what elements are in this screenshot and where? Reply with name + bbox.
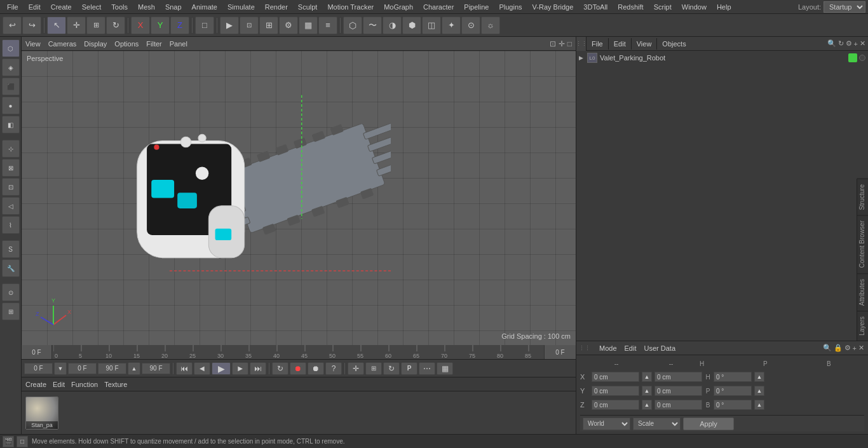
z-axis-button[interactable]: Z	[170, 17, 189, 34]
grid-button[interactable]: ⊞	[2, 302, 20, 320]
viewport-panel-menu[interactable]: Panel	[170, 40, 187, 48]
end-frame-input[interactable]	[142, 363, 170, 374]
objects-edit-menu[interactable]: Edit	[609, 38, 632, 50]
menu-select[interactable]: Select	[78, 2, 106, 12]
mode-edge-button[interactable]: ◈	[2, 58, 20, 76]
menu-character[interactable]: Character	[419, 2, 458, 12]
material-function-menu[interactable]: Function	[71, 381, 98, 388]
render-log-button[interactable]: ≡	[318, 17, 337, 34]
menu-tools[interactable]: Tools	[107, 2, 132, 12]
material-thumbnail[interactable]: Stan_pa	[25, 397, 58, 430]
mode-object-button[interactable]: ⬡	[2, 39, 20, 57]
coord-z-b-step[interactable]: ▲	[754, 400, 764, 410]
tool-3-button[interactable]: ⊡	[2, 178, 20, 196]
menu-help[interactable]: Help	[712, 2, 736, 12]
spline-button[interactable]: 〜	[363, 17, 382, 34]
render-region-button[interactable]: ⊡	[240, 17, 259, 34]
menu-edit[interactable]: Edit	[24, 2, 45, 12]
tool-2-button[interactable]: ⊠	[2, 159, 20, 177]
frame-step-down[interactable]: ▼	[54, 362, 67, 375]
material-texture-menu[interactable]: Texture	[104, 381, 127, 388]
tool-7-button[interactable]: 🔧	[2, 259, 20, 277]
menu-mograph[interactable]: MoGraph	[379, 2, 417, 12]
menu-plugins[interactable]: Plugins	[494, 2, 526, 12]
render-queue-button[interactable]: ▦	[299, 17, 318, 34]
redo-button[interactable]: ↪	[22, 17, 41, 34]
viewport-cameras-menu[interactable]: Cameras	[48, 40, 77, 48]
scale-tool-button[interactable]: ⊞	[86, 17, 105, 34]
objects-plus-icon[interactable]: +	[854, 40, 858, 48]
tool-5-button[interactable]: ⌇	[2, 216, 20, 234]
coord-z-pos-step[interactable]: ▲	[642, 400, 652, 410]
viewport-filter-menu[interactable]: Filter	[146, 40, 161, 48]
object-row-robot[interactable]: ▶ L0 Valet_Parking_Robot	[576, 51, 868, 65]
move-tool-button[interactable]: ✛	[67, 17, 86, 34]
field-button[interactable]: ◫	[422, 17, 441, 34]
cube-button[interactable]: ⬡	[343, 17, 362, 34]
menu-simulate[interactable]: Simulate	[223, 2, 259, 12]
viewport-options-menu[interactable]: Options	[114, 40, 139, 48]
attr-user-data-tab[interactable]: User Data	[644, 344, 676, 352]
menu-create[interactable]: Create	[46, 2, 76, 12]
coord-y-pos-input[interactable]	[592, 386, 639, 396]
objects-refresh-icon[interactable]: ↻	[838, 39, 844, 48]
menu-motion-tracker[interactable]: Motion Tracker	[323, 2, 378, 12]
coord-z-rot-input[interactable]	[654, 400, 702, 410]
menu-snap[interactable]: Snap	[161, 2, 186, 12]
object-dot-1[interactable]	[859, 55, 865, 61]
objects-search-icon[interactable]: 🔍	[827, 39, 836, 48]
objects-close-icon[interactable]: ✕	[860, 39, 865, 48]
goto-end-button[interactable]: ⏭	[250, 362, 266, 375]
menu-window[interactable]: Window	[677, 2, 711, 12]
menu-render[interactable]: Render	[261, 2, 292, 12]
objects-file-menu[interactable]: File	[587, 38, 609, 50]
min-frame-input[interactable]	[68, 363, 97, 374]
apply-button[interactable]: Apply	[683, 417, 734, 430]
viewport-view-menu[interactable]: View	[25, 40, 41, 48]
render-settings-button[interactable]: ⚙	[279, 17, 298, 34]
coord-z-b-input[interactable]	[714, 400, 752, 410]
coord-z-pos-input[interactable]	[592, 400, 639, 410]
layout-dropdown[interactable]: Startup	[824, 1, 865, 13]
menu-pipeline[interactable]: Pipeline	[459, 2, 493, 12]
attr-lock-icon[interactable]: 🔒	[834, 344, 843, 352]
coord-y-p-input[interactable]	[714, 386, 752, 396]
nurbs-button[interactable]: ◑	[383, 17, 402, 34]
coord-x-h-input[interactable]	[714, 372, 752, 382]
world-dropdown[interactable]: World	[583, 417, 630, 430]
tool-6-button[interactable]: S	[2, 240, 20, 258]
objects-settings-icon[interactable]: ⚙	[846, 39, 852, 48]
mode-point-button[interactable]: ●	[2, 97, 20, 114]
auto-record-button[interactable]: ⏺	[308, 362, 324, 375]
vtab-attributes[interactable]: Attributes	[857, 273, 868, 311]
record-button[interactable]: ⏺	[290, 362, 306, 375]
tool-1-button[interactable]: ⊹	[2, 140, 20, 158]
vtab-layers[interactable]: Layers	[857, 311, 868, 341]
menu-sculpt[interactable]: Sculpt	[294, 2, 322, 12]
objects-view-menu[interactable]: View	[632, 38, 658, 50]
mode-uv-button[interactable]: ◧	[2, 116, 20, 133]
snap-button[interactable]: ⊙	[2, 283, 20, 301]
goto-start-button[interactable]: ⏮	[176, 362, 193, 375]
material-create-menu[interactable]: Create	[25, 381, 46, 388]
coord-y-rot-input[interactable]	[654, 386, 702, 396]
deformer-button[interactable]: ⬢	[402, 17, 421, 34]
scale-keys-button[interactable]: ⊞	[365, 362, 382, 375]
render-viewport-button[interactable]: ▶	[220, 17, 239, 34]
status-icon-1[interactable]: 🎬	[3, 436, 14, 447]
menu-file[interactable]: File	[3, 2, 23, 12]
help-button[interactable]: ?	[325, 362, 342, 375]
attr-mode-tab[interactable]: Mode	[599, 344, 617, 352]
menu-vray[interactable]: V-Ray Bridge	[528, 2, 578, 12]
material-edit-menu[interactable]: Edit	[53, 381, 65, 388]
play-button[interactable]: ▶	[212, 362, 231, 375]
vtab-structure[interactable]: Structure	[857, 179, 868, 215]
coord-x-h-step[interactable]: ▲	[754, 372, 764, 382]
x-axis-button[interactable]: X	[131, 17, 150, 34]
status-icon-2[interactable]: □	[17, 436, 28, 447]
mode-poly-button[interactable]: ⬛	[2, 78, 20, 95]
max-frame-input[interactable]	[98, 363, 126, 374]
attr-plus-icon[interactable]: +	[853, 344, 857, 352]
coord-y-pos-step[interactable]: ▲	[642, 386, 652, 396]
frame-render-button[interactable]: ▦	[437, 362, 453, 375]
